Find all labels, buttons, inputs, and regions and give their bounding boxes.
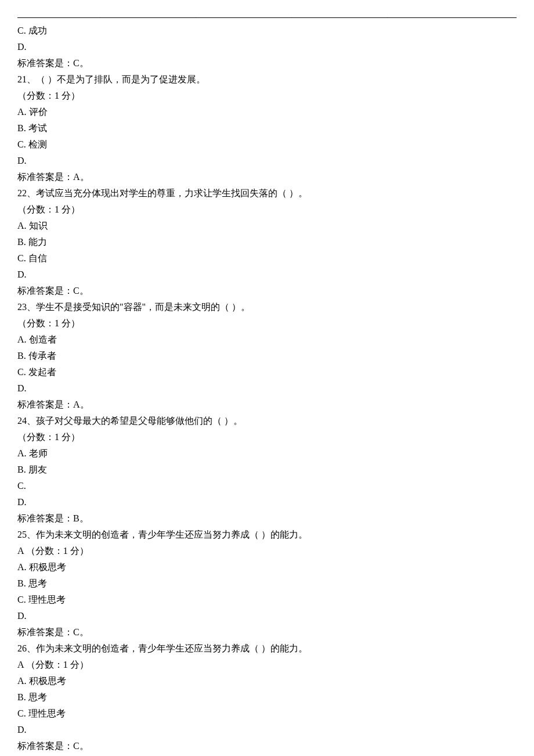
q24-option-b: B. 朋友 <box>17 462 517 478</box>
q24-stem: 24、孩子对父母最大的希望是父母能够做他们的（ ）。 <box>17 413 517 429</box>
q22-points: （分数：1 分） <box>17 201 517 218</box>
q24-option-c: C. <box>17 478 517 494</box>
q21-points: （分数：1 分） <box>17 88 517 104</box>
q25-answer: 标准答案是：C。 <box>17 624 517 640</box>
q25-option-c: C. 理性思考 <box>17 592 517 608</box>
q24-points: （分数：1 分） <box>17 429 517 445</box>
q23-answer: 标准答案是：A。 <box>17 397 517 413</box>
q23-option-b: B. 传承者 <box>17 348 517 364</box>
q21-option-d: D. <box>17 153 517 169</box>
q25-stem: 25、作为未来文明的创造者，青少年学生还应当努力养成（ ）的能力。 <box>17 527 517 543</box>
q22-answer: 标准答案是：C。 <box>17 283 517 299</box>
q26-answer: 标准答案是：C。 <box>17 738 517 754</box>
q26-option-b: B. 思考 <box>17 689 517 705</box>
q23-option-d: D. <box>17 380 517 397</box>
q22-option-a: A. 知识 <box>17 218 517 234</box>
q26-stem: 26、作为未来文明的创造者，青少年学生还应当努力养成（ ）的能力。 <box>17 640 517 657</box>
q24-option-a: A. 老师 <box>17 445 517 462</box>
q25-option-b: B. 思考 <box>17 575 517 592</box>
q22-option-b: B. 能力 <box>17 234 517 250</box>
q26-option-c: C. 理性思考 <box>17 705 517 722</box>
q22-stem: 22、考试应当充分体现出对学生的尊重，力求让学生找回失落的（ ）。 <box>17 185 517 201</box>
q21-option-a: A. 评价 <box>17 104 517 120</box>
q25-points: A （分数：1 分） <box>17 543 517 559</box>
q21-option-c: C. 检测 <box>17 136 517 153</box>
q24-answer: 标准答案是：B。 <box>17 510 517 527</box>
header-dots: . . . . <box>17 11 517 21</box>
q22-option-c: C. 自信 <box>17 250 517 267</box>
q21-stem: 21、（ ）不是为了排队，而是为了促进发展。 <box>17 71 517 88</box>
q23-stem: 23、学生不是接受知识的"容器"，而是未来文明的（ ）。 <box>17 299 517 315</box>
q20-option-c: C. 成功 <box>17 23 517 39</box>
q26-option-d: D. <box>17 722 517 738</box>
q23-option-c: C. 发起者 <box>17 364 517 380</box>
q22-option-d: D. <box>17 267 517 283</box>
document-body: C. 成功 D. 标准答案是：C。 21、（ ）不是为了排队，而是为了促进发展。… <box>17 23 517 756</box>
q20-option-d: D. <box>17 39 517 55</box>
q25-option-a: A. 积极思考 <box>17 559 517 575</box>
q26-option-a: A. 积极思考 <box>17 673 517 689</box>
q21-answer: 标准答案是：A。 <box>17 169 517 185</box>
header-rule: . . . . <box>17 17 517 18</box>
q21-option-b: B. 考试 <box>17 120 517 136</box>
q24-option-d: D. <box>17 494 517 510</box>
q26-points: A （分数：1 分） <box>17 657 517 673</box>
q23-option-a: A. 创造者 <box>17 332 517 348</box>
q23-points: （分数：1 分） <box>17 315 517 332</box>
q25-option-d: D. <box>17 608 517 624</box>
q20-answer: 标准答案是：C。 <box>17 55 517 71</box>
